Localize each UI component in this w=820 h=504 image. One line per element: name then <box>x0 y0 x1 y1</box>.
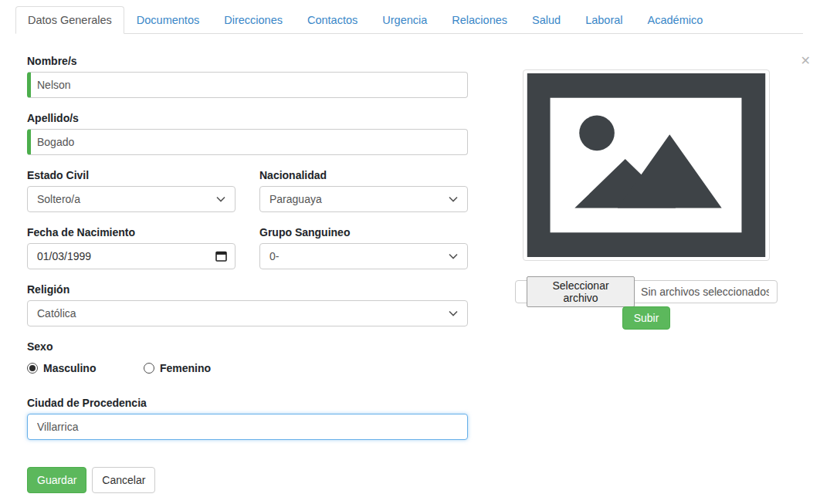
grupo-sanguineo-select[interactable]: 0- <box>259 243 468 269</box>
tab-laboral[interactable]: Laboral <box>573 6 635 34</box>
calendar-icon[interactable] <box>215 250 227 262</box>
chevron-down-icon <box>216 196 225 202</box>
fecha-nacimiento-input[interactable] <box>27 243 235 269</box>
photo-placeholder-card <box>523 69 770 261</box>
grupo-sanguineo-label: Grupo Sanguineo <box>259 227 468 238</box>
radio-femenino-circle[interactable] <box>144 363 154 374</box>
nacionalidad-select[interactable]: Paraguaya <box>259 186 468 212</box>
personal-data-form: Nombre/s Apellido/s Estado Civil Soltero… <box>27 56 468 493</box>
nacionalidad-value: Paraguaya <box>269 193 322 205</box>
tab-salud[interactable]: Salud <box>520 6 573 34</box>
tab-documentos[interactable]: Documentos <box>124 6 212 34</box>
tab-panel-datos-generales: ✕ Nombre/s Apellido/s Estado Civil Solte… <box>0 34 820 493</box>
tab-contactos[interactable]: Contactos <box>295 6 370 34</box>
file-status-text: Sin archivos seleccionados <box>641 286 769 298</box>
subir-button[interactable]: Subir <box>622 306 671 330</box>
grupo-sanguineo-value: 0- <box>269 250 279 262</box>
estado-civil-value: Soltero/a <box>37 193 80 205</box>
sexo-label: Sexo <box>27 341 468 353</box>
tab-datos-generales[interactable]: Datos Generales <box>15 6 124 34</box>
chevron-down-icon <box>449 196 458 202</box>
tab-bar: Datos Generales Documentos Direcciones C… <box>15 6 803 34</box>
close-icon[interactable]: ✕ <box>801 55 811 67</box>
select-file-button[interactable]: Seleccionar archivo <box>527 276 635 307</box>
chevron-down-icon <box>449 253 458 259</box>
apellido-label: Apellido/s <box>27 113 468 124</box>
tab-direcciones[interactable]: Direcciones <box>212 6 295 34</box>
apellido-input[interactable] <box>27 129 468 155</box>
nombre-label: Nombre/s <box>27 56 468 67</box>
religion-value: Católica <box>37 307 76 320</box>
tab-relaciones[interactable]: Relaciones <box>439 6 520 34</box>
sexo-radio-group: Masculino Femenino <box>27 362 468 374</box>
photo-upload-panel: Seleccionar archivo Sin archivos selecci… <box>515 56 778 493</box>
radio-femenino[interactable]: Femenino <box>144 362 260 374</box>
nombre-input[interactable] <box>27 72 468 98</box>
tab-academico[interactable]: Académico <box>635 6 716 34</box>
radio-masculino[interactable]: Masculino <box>27 362 144 374</box>
ciudad-procedencia-label: Ciudad de Procedencia <box>27 397 468 409</box>
radio-masculino-label: Masculino <box>43 362 96 374</box>
estado-civil-label: Estado Civil <box>27 170 235 181</box>
image-placeholder-icon <box>527 73 766 257</box>
guardar-button[interactable]: Guardar <box>27 467 86 493</box>
tab-urgencia[interactable]: Urgencia <box>370 6 439 34</box>
estado-civil-select[interactable]: Soltero/a <box>27 186 235 212</box>
radio-femenino-label: Femenino <box>160 362 211 374</box>
religion-select[interactable]: Católica <box>27 300 468 326</box>
file-input[interactable]: Seleccionar archivo Sin archivos selecci… <box>515 280 778 303</box>
religion-label: Religión <box>27 284 468 296</box>
radio-masculino-circle[interactable] <box>27 363 38 374</box>
chevron-down-icon <box>449 310 458 316</box>
nacionalidad-label: Nacionalidad <box>259 170 468 181</box>
fecha-nacimiento-label: Fecha de Nacimiento <box>27 227 235 238</box>
ciudad-procedencia-input[interactable] <box>27 414 468 440</box>
cancelar-button[interactable]: Cancelar <box>92 467 155 493</box>
